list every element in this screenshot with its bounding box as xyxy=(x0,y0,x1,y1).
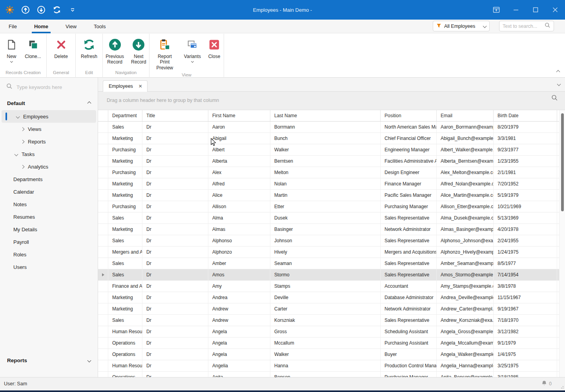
cell-email[interactable]: Aaron_Borrmann@examp... xyxy=(437,122,494,132)
cell-title[interactable]: Dr xyxy=(142,258,208,269)
cell-department[interactable]: Finance and Ac... xyxy=(108,281,142,292)
refresh-button[interactable]: Refresh xyxy=(78,38,100,60)
sidebar-item-tasks[interactable]: Tasks xyxy=(0,148,98,160)
cell-position[interactable]: Purchasing Manager xyxy=(381,201,437,212)
cell-position[interactable]: Pacific Sales Manager xyxy=(381,190,437,201)
cell-first-name[interactable]: Angelia xyxy=(208,360,270,371)
cell-first-name[interactable]: Andrea xyxy=(208,292,270,303)
cell-first-name[interactable]: Amos xyxy=(208,269,270,280)
cell-first-name[interactable]: Alphonzo xyxy=(208,247,270,258)
cell-birth-date[interactable]: 3/18/1985 xyxy=(494,372,557,377)
cell-position[interactable]: Database Administrator xyxy=(381,292,437,303)
cell-title[interactable]: Dr xyxy=(142,292,208,303)
cell-birth-date[interactable]: 7/20/1952 xyxy=(494,178,557,189)
cell-title[interactable]: Dr xyxy=(142,372,208,377)
cell-department[interactable]: Human Resourc... xyxy=(108,360,142,371)
column-header-birth-date[interactable]: Birth Date xyxy=(494,110,557,121)
cell-title[interactable]: Dr xyxy=(142,167,208,178)
document-selector-chevron-icon[interactable] xyxy=(557,82,561,86)
table-row[interactable]: SalesDrAaronBorrmannNorth American Sales… xyxy=(98,122,559,133)
clone-button[interactable]: Clone... xyxy=(22,38,44,60)
previous-record-button[interactable]: Previous Record xyxy=(102,38,127,66)
cell-email[interactable]: Amber_Seaman@exampl... xyxy=(437,258,494,269)
menu-tab-home[interactable]: Home xyxy=(26,20,57,33)
cell-title[interactable]: Dr xyxy=(142,349,208,360)
cell-birth-date[interactable]: 4/20/1978 xyxy=(494,224,557,235)
cell-title[interactable]: Dr xyxy=(142,133,208,144)
cell-title[interactable]: Dr xyxy=(142,156,208,167)
cell-last-name[interactable]: Seaman xyxy=(270,258,381,269)
cell-email[interactable]: Andrew_Carter@exampl... xyxy=(437,303,494,314)
menu-tab-tools[interactable]: Tools xyxy=(85,20,114,33)
cell-last-name[interactable]: Benson xyxy=(270,372,381,377)
cell-department[interactable]: Sales xyxy=(108,315,142,326)
cell-department[interactable]: Operations xyxy=(108,372,142,377)
grid-search-icon[interactable] xyxy=(551,94,558,103)
scrollbar-thumb[interactable] xyxy=(561,113,564,211)
cell-position[interactable]: Sales Representative xyxy=(381,269,437,280)
cell-department[interactable]: Sales xyxy=(108,122,142,132)
cell-position[interactable]: Buyer xyxy=(381,349,437,360)
sidebar-item-users[interactable]: Users xyxy=(0,261,98,273)
qat-customize-icon[interactable] xyxy=(67,5,78,15)
table-row[interactable]: PurchasingDrAlexMeltonDesign EngineerAle… xyxy=(98,167,559,178)
cell-title[interactable]: Dr xyxy=(142,201,208,212)
sidebar-item-calendar[interactable]: Calendar xyxy=(0,185,98,198)
cell-email[interactable]: Angela_Mccallum@examp... xyxy=(437,338,494,348)
cell-email[interactable]: Alfred_Nolan@example.c... xyxy=(437,178,494,189)
cell-birth-date[interactable]: 3/3/1981 xyxy=(494,133,557,144)
cell-department[interactable]: Marketing xyxy=(108,292,142,303)
cell-title[interactable]: Dr xyxy=(142,235,208,246)
cell-email[interactable]: Anita_Benson@example... xyxy=(437,372,494,377)
cell-email[interactable]: Angela_Gross@example.... xyxy=(437,326,494,337)
new-button[interactable]: New xyxy=(2,38,21,63)
sidebar-item-employees[interactable]: Employees xyxy=(2,110,96,123)
cell-title[interactable]: Dr xyxy=(142,224,208,235)
cell-position[interactable]: North American Sales Mana... xyxy=(381,122,437,132)
cell-last-name[interactable]: Mccallum xyxy=(270,338,381,348)
cell-birth-date[interactable]: 9/19/1967 xyxy=(494,303,557,314)
column-header-email[interactable]: Email xyxy=(437,110,494,121)
cell-birth-date[interactable]: 1/23/1955 xyxy=(494,156,557,167)
cell-email[interactable]: Alberta_Berntsen@exam... xyxy=(437,156,494,167)
cell-first-name[interactable]: Angela xyxy=(208,349,270,360)
cell-first-name[interactable]: Abigail xyxy=(208,133,270,144)
cell-department[interactable]: Marketing xyxy=(108,224,142,235)
cell-title[interactable]: Dr xyxy=(142,144,208,155)
table-row[interactable]: MarketingDrAlmasBasingerNetwork Administ… xyxy=(98,224,559,235)
table-row[interactable]: Human Resourc...DrAngeliaHannaProduction… xyxy=(98,360,559,372)
cell-email[interactable]: Alphonzo_Hively@exampl... xyxy=(437,247,494,258)
table-row[interactable]: SalesDrAmberSeamanSales RepresentativeAm… xyxy=(98,258,559,269)
cell-position[interactable]: Sales Representative xyxy=(381,235,437,246)
cell-first-name[interactable]: Aaron xyxy=(208,122,270,132)
table-row[interactable]: MarketingDrAndreaDevilleDatabase Adminis… xyxy=(98,292,559,303)
cell-title[interactable]: Dr xyxy=(142,303,208,314)
cell-first-name[interactable]: Alfred xyxy=(208,178,270,189)
cell-position[interactable]: Finance Manager xyxy=(381,178,437,189)
sidebar-item-analytics[interactable]: Analytics xyxy=(0,160,98,173)
cell-last-name[interactable]: Borrmann xyxy=(270,122,381,132)
cell-title[interactable]: Dr xyxy=(142,212,208,223)
chevron-right-icon[interactable] xyxy=(21,127,25,131)
sidebar-item-views[interactable]: Views xyxy=(0,123,98,135)
cell-department[interactable]: Purchasing xyxy=(108,167,142,178)
sidebar-item-my-details[interactable]: My Details xyxy=(0,223,98,236)
next-record-button[interactable]: Next Record xyxy=(128,38,149,66)
cell-email[interactable]: Albert_Walker@example.... xyxy=(437,144,494,155)
cell-title[interactable]: Dr xyxy=(142,338,208,348)
cell-last-name[interactable]: Korszniak xyxy=(270,315,381,326)
cell-last-name[interactable]: Carter xyxy=(270,303,381,314)
table-row[interactable]: PurchasingDrAlbertWalkerEngineering Mana… xyxy=(98,144,559,156)
table-row[interactable]: SalesDrAmosStormoSales RepresentativeAmo… xyxy=(98,269,559,281)
cell-email[interactable]: Alex_Melton@example.com xyxy=(437,167,494,178)
table-row[interactable]: Finance and Ac...DrAmyStampsAccountantAm… xyxy=(98,281,559,292)
cell-title[interactable]: Dr xyxy=(142,360,208,371)
cell-first-name[interactable]: Almas xyxy=(208,224,270,235)
cell-position[interactable]: Sales Representative xyxy=(381,212,437,223)
sidebar-item-departments[interactable]: Departments xyxy=(0,173,98,185)
cell-last-name[interactable]: Etter xyxy=(270,201,381,212)
cell-birth-date[interactable]: 11/15/1967 xyxy=(494,292,557,303)
table-row[interactable]: Mergers and Ac...DrAlphonzoHivelyMergers… xyxy=(98,247,559,258)
cell-last-name[interactable]: Bunch xyxy=(270,133,381,144)
cell-title[interactable]: Dr xyxy=(142,269,208,280)
